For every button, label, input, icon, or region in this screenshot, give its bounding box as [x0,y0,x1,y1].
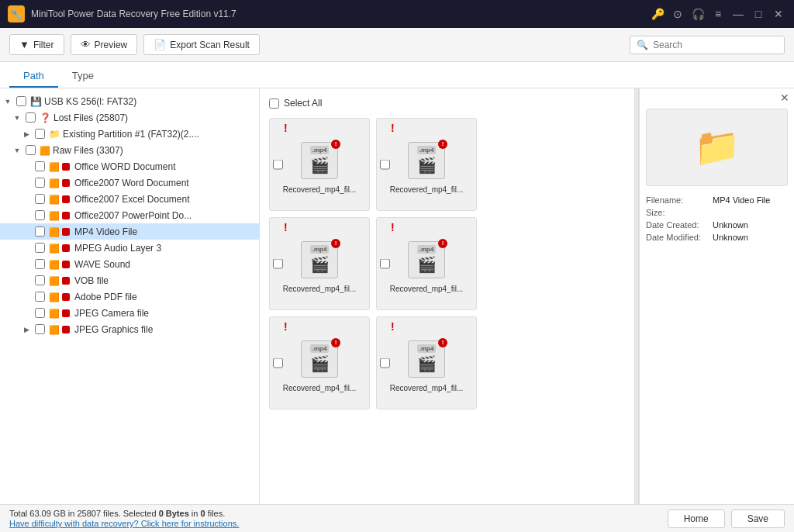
expand-icon-wave_sound [22,260,31,269]
red-badge-vob_file [62,277,70,285]
checkbox-mp4_video[interactable] [35,226,45,237]
tab-type[interactable]: Type [58,65,108,88]
tab-path[interactable]: Path [9,65,58,88]
filter-button[interactable]: ▼ Filter [9,34,64,55]
titlebar: 🔧 MiniTool Power Data Recovery Free Edit… [0,0,794,28]
status-total: Total 63.09 GB in 25807 files. Selected … [9,509,239,518]
checkbox-usb[interactable] [16,96,26,106]
expand-icon-raw_files[interactable]: ▼ [12,146,22,155]
file-card-checkbox[interactable] [273,358,283,368]
tree-item-lost_files[interactable]: ▼❓Lost Files (25807) [0,109,259,126]
file-card-checkbox[interactable] [273,259,283,269]
mp4-label: .mp4 [310,344,330,353]
expand-icon-mpeg_audio [22,244,31,253]
home-button[interactable]: Home [668,510,725,528]
tree-item-mpeg_audio[interactable]: 🟧MPEG Audio Layer 3 [0,240,259,256]
size-row: Size: [646,208,788,217]
checkbox-lost_files[interactable] [26,112,36,123]
mp4-label: .mp4 [310,245,330,254]
app-title: MiniTool Power Data Recovery Free Editio… [31,9,650,19]
checkbox-jpeg_camera[interactable] [35,308,45,318]
tree-item-office2007_ppt[interactable]: 🟧Office2007 PowerPoint Do... [0,207,259,223]
checkbox-mpeg_audio[interactable] [35,243,45,253]
checkbox-vob_file[interactable] [35,275,45,285]
expand-icon-office2007_ppt [22,211,31,220]
checkbox-office2007_excel[interactable] [35,194,45,204]
expand-icon-office2007_word [22,178,31,188]
red-badge-mp4_video [62,228,70,236]
file-thumbnail: .mp4 🎬 ! [298,337,341,381]
tree-item-mp4_video[interactable]: 🟧MP4 Video File [0,223,259,240]
filename-value: MP4 Video File [713,195,770,205]
mp4-icon: .mp4 🎬 ! [408,142,445,179]
search-box[interactable]: 🔍 [630,36,785,54]
tree-item-jpeg_camera[interactable]: 🟧JPEG Camera file [0,305,259,321]
file-card[interactable]: ! .mp4 🎬 ! Recovered_mp4_fil... [269,316,370,409]
tree-item-adobe_pdf[interactable]: 🟧Adobe PDF file [0,288,259,305]
file-thumbnail: .mp4 🎬 ! [298,238,341,282]
tree-item-usb[interactable]: ▼💾USB KS 256(l: FAT32) [0,93,259,109]
file-card[interactable]: ! .mp4 🎬 ! Recovered_mp4_fil... [269,217,370,310]
file-card-checkbox[interactable] [380,358,390,368]
file-card-checkbox[interactable] [273,160,283,170]
file-card[interactable]: ! .mp4 🎬 ! Recovered_mp4_fil... [376,217,477,310]
film-icon: 🎬 [310,255,330,274]
file-card-checkbox[interactable] [380,160,390,170]
checkbox-office2007_word[interactable] [35,178,45,188]
file-card-checkbox[interactable] [380,259,390,269]
select-all-row: Select All [266,95,628,115]
tree-item-wave_sound[interactable]: 🟧WAVE Sound [0,256,259,272]
key-icon[interactable]: 🔑 [650,6,665,22]
checkbox-office2007_ppt[interactable] [35,210,45,220]
maximize-button[interactable]: □ [751,6,766,22]
help-link[interactable]: Have difficulty with data recovery? Clic… [9,519,239,528]
label-lost_files: Lost Files (25807) [54,112,128,123]
menu-icon[interactable]: ≡ [710,6,726,22]
headphone-icon[interactable]: 🎧 [690,6,706,22]
label-mp4_video: MP4 Video File [74,226,137,237]
tree-item-jpeg_graphics[interactable]: ▶🟧JPEG Graphics file [0,321,259,337]
expand-icon-usb[interactable]: ▼ [3,97,12,106]
minimize-button[interactable]: — [730,6,746,22]
save-button[interactable]: Save [731,510,785,528]
expand-icon-jpeg_graphics[interactable]: ▶ [22,325,31,334]
tree-item-office_word[interactable]: 🟧Office WORD Document [0,158,259,174]
file-card[interactable]: ! .mp4 🎬 ! Recovered_mp4_fil... [376,118,477,211]
checkbox-office_word[interactable] [35,161,45,171]
file-icon-mpeg_audio: 🟧 [49,242,60,254]
tree-item-office2007_excel[interactable]: 🟧Office2007 Excel Document [0,191,259,207]
checkbox-jpeg_graphics[interactable] [35,324,45,334]
preview-button[interactable]: 👁 Preview [71,34,138,55]
expand-icon-lost_files[interactable]: ▼ [12,113,22,123]
error-badge: ! [391,122,395,134]
file-icon-office2007_excel: 🟧 [49,193,60,205]
red-badge-office2007_excel [62,195,70,203]
red-badge-jpeg_graphics [62,326,70,333]
export-icon: 📄 [154,39,166,50]
toolbar: ▼ Filter 👁 Preview 📄 Export Scan Result … [0,28,794,62]
mp4-icon: .mp4 🎬 ! [301,340,338,378]
checkbox-existing_partition[interactable] [35,129,45,139]
export-button[interactable]: 📄 Export Scan Result [143,34,260,55]
close-button[interactable]: ✕ [771,6,786,22]
search-input[interactable] [653,40,778,50]
label-office2007_ppt: Office2007 PowerPoint Do... [74,210,192,221]
checkbox-adobe_pdf[interactable] [35,292,45,302]
label-adobe_pdf: Adobe PDF file [74,292,137,302]
checkbox-wave_sound[interactable] [35,259,45,269]
file-card[interactable]: ! .mp4 🎬 ! Recovered_mp4_fil... [269,118,370,211]
label-usb: USB KS 256(l: FAT32) [44,96,136,107]
red-badge-corner: ! [438,338,447,347]
tree-item-vob_file[interactable]: 🟧VOB file [0,272,259,288]
tree-item-existing_partition[interactable]: ▶📁Existing Partition #1 (FAT32)(2.... [0,126,259,142]
close-preview-button[interactable]: ✕ [780,92,789,104]
tree-item-raw_files[interactable]: ▼🟧Raw Files (3307) [0,142,259,158]
select-all-checkbox[interactable] [269,98,279,109]
tree-item-office2007_word[interactable]: 🟧Office2007 Word Document [0,174,259,191]
file-card[interactable]: ! .mp4 🎬 ! Recovered_mp4_fil... [376,316,477,409]
label-wave_sound: WAVE Sound [74,259,130,270]
label-jpeg_graphics: JPEG Graphics file [74,324,153,335]
checkbox-raw_files[interactable] [26,145,36,155]
expand-icon-existing_partition[interactable]: ▶ [22,130,31,139]
circle-icon[interactable]: ⊙ [670,6,685,22]
